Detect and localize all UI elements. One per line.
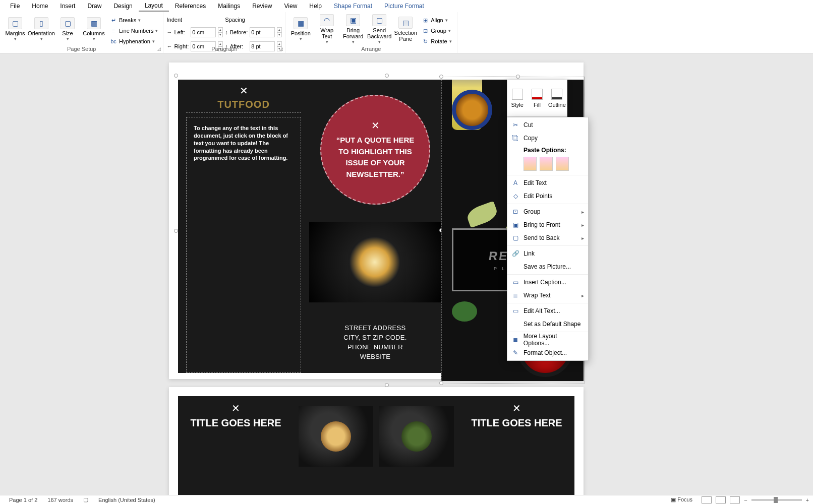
tab-home[interactable]: Home xyxy=(26,1,54,11)
group-button[interactable]: ⊡Group▾ xyxy=(420,26,453,36)
selection-pane-button[interactable]: ▤Selection Pane xyxy=(393,13,418,44)
group-label: Arrange xyxy=(361,46,381,52)
indent-left-icon: → xyxy=(166,29,172,35)
spacing-before-up[interactable]: ▴ xyxy=(277,27,282,32)
indent-left-label: Left: xyxy=(174,29,189,35)
orientation-button[interactable]: ▯Orientation▾ xyxy=(29,13,53,44)
columns-icon: ▥ xyxy=(87,17,101,29)
indent-left-input[interactable]: 0 cm xyxy=(191,27,216,37)
group-arrange: ▦Position▾ ◠Wrap Text▾ ▣Bring Forward▾ ▢… xyxy=(285,12,457,53)
selection-pane-icon: ▤ xyxy=(398,17,413,29)
size-icon: ▢ xyxy=(61,17,75,29)
tab-mailings[interactable]: Mailings xyxy=(212,1,246,11)
spacing-before-down[interactable]: ▾ xyxy=(277,32,282,37)
group-label: Page Setup xyxy=(67,46,96,52)
group-icon: ⊡ xyxy=(422,27,429,34)
tab-bar: File Home Insert Draw Design Layout Refe… xyxy=(0,0,813,12)
tab-references[interactable]: References xyxy=(169,1,212,11)
group-label: Paragraph xyxy=(211,46,237,52)
breaks-button[interactable]: ↵Breaks▾ xyxy=(108,15,160,25)
spacing-before-icon: ↕ xyxy=(225,29,228,35)
bring-forward-icon: ▣ xyxy=(346,14,360,26)
tab-review[interactable]: Review xyxy=(246,1,278,11)
send-backward-button[interactable]: ▢Send Backward▾ xyxy=(367,13,391,44)
bring-forward-button[interactable]: ▣Bring Forward▾ xyxy=(341,13,365,44)
tab-shape-format[interactable]: Shape Format xyxy=(328,1,378,11)
tab-picture-format[interactable]: Picture Format xyxy=(378,1,430,11)
indent-header: Indent xyxy=(166,16,223,24)
tab-layout[interactable]: Layout xyxy=(139,1,169,12)
indent-left-up[interactable]: ▴ xyxy=(218,27,223,32)
spacing-header: Spacing xyxy=(225,16,282,24)
tab-help[interactable]: Help xyxy=(303,1,328,11)
spacing-before-input[interactable]: 0 pt xyxy=(250,27,275,37)
breaks-icon: ↵ xyxy=(110,17,117,24)
group-paragraph: Indent → Left: 0 cm ▴▾ ← Right: 0 cm ▴▾ … xyxy=(163,12,285,53)
page-setup-dialog-launcher[interactable]: ◿ xyxy=(157,46,161,51)
wrap-text-icon: ◠ xyxy=(320,14,334,26)
align-button[interactable]: ⊞Align▾ xyxy=(420,15,453,25)
position-button[interactable]: ▦Position▾ xyxy=(288,13,313,44)
line-numbers-button[interactable]: ≡Line Numbers▾ xyxy=(108,26,160,36)
spacing-before-label: Before: xyxy=(230,29,248,35)
tab-draw[interactable]: Draw xyxy=(81,1,107,11)
ribbon: ▢Margins▾ ▯Orientation▾ ▢Size▾ ▥Columns▾… xyxy=(0,12,813,53)
indent-left-down[interactable]: ▾ xyxy=(218,32,223,37)
wrap-text-button[interactable]: ◠Wrap Text▾ xyxy=(315,13,339,44)
line-numbers-icon: ≡ xyxy=(110,27,117,34)
group-page-setup: ▢Margins▾ ▯Orientation▾ ▢Size▾ ▥Columns▾… xyxy=(0,12,163,53)
tab-file[interactable]: File xyxy=(4,1,26,11)
position-icon: ▦ xyxy=(294,17,308,29)
margins-icon: ▢ xyxy=(8,17,22,29)
rotate-icon: ↻ xyxy=(422,38,429,45)
tab-design[interactable]: Design xyxy=(107,1,138,11)
orientation-icon: ▯ xyxy=(34,17,48,29)
paragraph-dialog-launcher[interactable]: ◿ xyxy=(279,46,283,51)
columns-button[interactable]: ▥Columns▾ xyxy=(82,13,106,44)
send-backward-icon: ▢ xyxy=(372,14,386,26)
hyphenation-icon: bc xyxy=(110,38,117,45)
tab-view[interactable]: View xyxy=(278,1,304,11)
tab-insert[interactable]: Insert xyxy=(54,1,81,11)
margins-button[interactable]: ▢Margins▾ xyxy=(3,13,27,44)
align-icon: ⊞ xyxy=(422,17,429,24)
size-button[interactable]: ▢Size▾ xyxy=(55,13,80,44)
